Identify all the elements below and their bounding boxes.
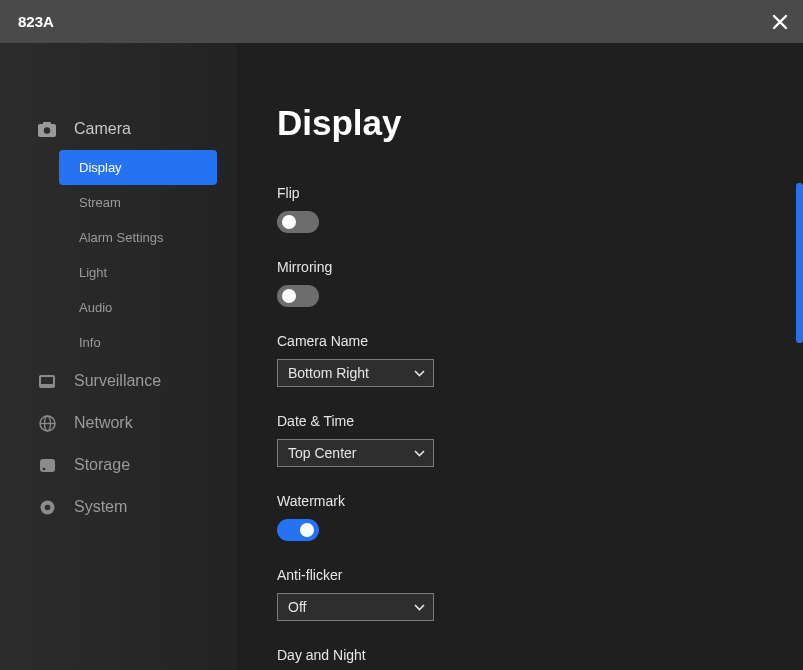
sidebar-group-label: Surveillance xyxy=(74,372,161,390)
anti-flicker-label: Anti-flicker xyxy=(277,567,803,583)
mirroring-toggle[interactable] xyxy=(277,285,319,307)
flip-label: Flip xyxy=(277,185,803,201)
sidebar-group-network[interactable]: Network xyxy=(0,402,237,444)
chevron-down-icon xyxy=(414,604,425,611)
sidebar-group-system[interactable]: System xyxy=(0,486,237,528)
chevron-down-icon xyxy=(414,450,425,457)
date-time-label: Date & Time xyxy=(277,413,803,429)
watermark-label: Watermark xyxy=(277,493,803,509)
sidebar-group-label: System xyxy=(74,498,127,516)
sidebar-item-alarm[interactable]: Alarm Settings xyxy=(0,220,237,255)
day-night-label: Day and Night xyxy=(277,647,803,663)
page-title: Display xyxy=(277,103,803,143)
titlebar-title: 823A xyxy=(18,13,54,30)
anti-flicker-value: Off xyxy=(288,599,306,615)
camera-name-value: Bottom Right xyxy=(288,365,369,381)
sidebar-item-display[interactable]: Display xyxy=(59,150,217,185)
sidebar-group-label: Camera xyxy=(74,120,131,138)
sidebar-group-label: Storage xyxy=(74,456,130,474)
anti-flicker-select[interactable]: Off xyxy=(277,593,434,621)
globe-icon xyxy=(38,414,56,432)
close-icon[interactable] xyxy=(771,13,789,31)
monitor-icon xyxy=(38,372,56,390)
scrollbar-thumb[interactable] xyxy=(796,183,803,343)
mirroring-label: Mirroring xyxy=(277,259,803,275)
date-time-value: Top Center xyxy=(288,445,356,461)
sidebar: Camera Display Stream Alarm Settings Lig… xyxy=(0,43,237,670)
camera-icon xyxy=(38,120,56,138)
sidebar-item-stream[interactable]: Stream xyxy=(0,185,237,220)
svg-rect-4 xyxy=(41,377,53,384)
gear-icon xyxy=(38,498,56,516)
sidebar-item-audio[interactable]: Audio xyxy=(0,290,237,325)
date-time-select[interactable]: Top Center xyxy=(277,439,434,467)
sidebar-group-storage[interactable]: Storage xyxy=(0,444,237,486)
svg-rect-1 xyxy=(43,122,51,125)
chevron-down-icon xyxy=(414,370,425,377)
sidebar-item-light[interactable]: Light xyxy=(0,255,237,290)
sidebar-group-camera[interactable]: Camera xyxy=(0,108,237,150)
svg-point-9 xyxy=(42,467,45,470)
svg-point-11 xyxy=(44,504,50,510)
svg-point-2 xyxy=(44,127,50,133)
flip-toggle[interactable] xyxy=(277,211,319,233)
titlebar: 823A xyxy=(0,0,803,43)
camera-name-label: Camera Name xyxy=(277,333,803,349)
sidebar-group-surveillance[interactable]: Surveillance xyxy=(0,360,237,402)
camera-name-select[interactable]: Bottom Right xyxy=(277,359,434,387)
sidebar-group-label: Network xyxy=(74,414,133,432)
svg-rect-8 xyxy=(40,459,55,472)
drive-icon xyxy=(38,456,56,474)
main-panel: Display Flip Mirroring Camera Name Botto… xyxy=(237,43,803,670)
watermark-toggle[interactable] xyxy=(277,519,319,541)
sidebar-item-info[interactable]: Info xyxy=(0,325,237,360)
